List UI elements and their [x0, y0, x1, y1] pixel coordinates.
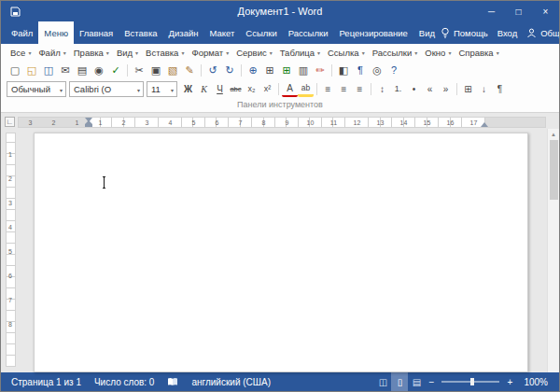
menu-format[interactable]: Формат — [188, 48, 232, 58]
close-button[interactable]: × — [532, 1, 559, 21]
new-document-button[interactable]: ▢ — [7, 63, 23, 78]
tab-file[interactable]: Файл — [6, 21, 38, 44]
align-center-button[interactable]: ≡ — [336, 81, 352, 97]
left-indent-marker[interactable] — [85, 124, 92, 127]
email-button[interactable]: ✉ — [57, 63, 74, 78]
align-right-button[interactable]: ≡ — [352, 81, 368, 97]
borders-button[interactable]: ⊞ — [460, 81, 476, 97]
web-layout-button[interactable]: ▤ — [408, 372, 425, 391]
insert-excel-button[interactable]: ⊞ — [278, 63, 295, 78]
print-preview-button[interactable]: ◉ — [91, 63, 107, 78]
print-button[interactable]: ▤ — [74, 63, 91, 78]
share-button[interactable]: Общий доступ — [526, 28, 560, 38]
bold-button[interactable]: Ж — [180, 81, 196, 97]
horizontal-ruler[interactable]: 321 1234567891011121314151617 — [18, 117, 546, 128]
menu-insert[interactable]: Вставка — [142, 48, 188, 58]
format-painter-button[interactable]: ✎ — [181, 63, 198, 78]
font-combo[interactable]: Calibri (О — [69, 81, 144, 97]
ruler-number: 12 — [345, 118, 369, 127]
minimize-button[interactable]: ─ — [478, 1, 505, 21]
language-status[interactable]: английский (США) — [185, 377, 277, 387]
menu-table[interactable]: Таблица — [276, 48, 324, 58]
sign-in-button[interactable]: Вход — [497, 28, 518, 38]
ruler-right-margin — [485, 118, 545, 127]
help-button[interactable]: ? — [385, 63, 402, 78]
redo-button[interactable]: ↻ — [221, 63, 238, 78]
subscript-button[interactable]: x₂ — [244, 81, 259, 97]
bulleted-list-button[interactable]: • — [406, 81, 422, 97]
help-button[interactable]: Помощь — [441, 27, 488, 38]
undo-button[interactable]: ↺ — [204, 63, 221, 78]
menu-link[interactable]: Ссылка — [324, 48, 369, 58]
show-marks-button[interactable]: ¶ — [352, 63, 369, 78]
font-color-button[interactable]: А — [282, 81, 298, 97]
document-page[interactable] — [34, 133, 528, 372]
proofing-status[interactable] — [161, 377, 185, 386]
superscript-button[interactable]: x² — [259, 81, 275, 97]
tab-mailings[interactable]: Рассылки — [283, 21, 334, 44]
menu-help[interactable]: Справка — [455, 48, 502, 58]
scrollbar-thumb[interactable] — [550, 140, 558, 200]
zoom-out-button[interactable]: − — [425, 377, 438, 387]
vertical-ruler[interactable]: 12345678 — [6, 133, 16, 367]
menu-all[interactable]: Все — [7, 48, 35, 58]
tab-references[interactable]: Ссылки — [240, 21, 282, 44]
cut-button[interactable]: ✂ — [131, 63, 147, 78]
zoom-in-button[interactable]: + — [503, 377, 516, 387]
menu-file[interactable]: Файл — [35, 48, 69, 58]
highlight-button[interactable]: ab — [298, 81, 314, 97]
separator — [127, 64, 128, 77]
tab-home[interactable]: Главная — [74, 21, 119, 44]
indent-decrease-button[interactable]: « — [422, 81, 438, 97]
underline-button[interactable]: Ч — [212, 81, 228, 97]
italic-button[interactable]: К — [196, 81, 212, 97]
styles-button[interactable]: ¶ — [492, 81, 508, 97]
font-size-combo[interactable]: 11 — [147, 81, 177, 97]
numbered-list-button[interactable]: 1. — [390, 81, 406, 97]
menu-view[interactable]: Вид — [113, 48, 142, 58]
document-map-button[interactable]: ◧ — [335, 63, 352, 78]
vertical-scrollbar[interactable]: ▲ — [547, 129, 559, 372]
menu-mailings[interactable]: Рассылки — [369, 48, 422, 58]
print-layout-button[interactable]: ▯ — [391, 372, 408, 391]
zoom-button[interactable]: ◎ — [369, 63, 385, 78]
read-mode-button[interactable]: ◫ — [374, 372, 391, 391]
zoom-slider-thumb[interactable] — [470, 378, 474, 385]
indent-increase-button[interactable]: » — [438, 81, 454, 97]
tab-view[interactable]: Вид — [413, 21, 441, 44]
paste-button[interactable]: ▧ — [164, 63, 181, 78]
zoom-slider[interactable] — [441, 381, 499, 383]
tab-design[interactable]: Дизайн — [163, 21, 204, 44]
menu-edit[interactable]: Правка — [70, 48, 113, 58]
strikethrough-button[interactable]: abc — [228, 81, 244, 97]
drawing-button[interactable]: ✏ — [312, 63, 329, 78]
spelling-button[interactable]: ✓ — [107, 63, 124, 78]
tab-layout[interactable]: Макет — [203, 21, 240, 44]
copy-button[interactable]: ▣ — [147, 63, 164, 78]
hyperlink-button[interactable]: ⊕ — [245, 63, 261, 78]
word-count[interactable]: Число слов: 0 — [88, 377, 161, 387]
insert-table-button[interactable]: ⊞ — [261, 63, 278, 78]
menu-tools[interactable]: Сервис — [232, 48, 276, 58]
maximize-button[interactable]: □ — [505, 1, 532, 21]
sort-button[interactable]: ↓ — [476, 81, 492, 97]
tab-menu[interactable]: Меню — [38, 21, 74, 44]
page-count[interactable]: Страница 1 из 1 — [5, 377, 88, 387]
save-button[interactable]: ◫ — [40, 63, 57, 78]
ruler-number: 14 — [392, 118, 415, 127]
ribbon-content: ВсеФайлПравкаВидВставкаФорматСервисТабли… — [1, 44, 559, 113]
tab-selector[interactable]: ∟ — [5, 117, 15, 127]
style-combo[interactable]: Обычный — [7, 81, 66, 97]
columns-button[interactable]: ▥ — [295, 63, 312, 78]
align-left-button[interactable]: ≡ — [320, 81, 336, 97]
quick-save-button[interactable] — [7, 4, 22, 19]
scroll-up-icon[interactable]: ▲ — [551, 129, 556, 140]
right-indent-marker[interactable] — [481, 122, 488, 127]
tab-review[interactable]: Рецензирование — [333, 21, 413, 44]
tab-insert[interactable]: Вставка — [119, 21, 162, 44]
line-spacing-button[interactable]: ↕ — [374, 81, 390, 97]
menu-window[interactable]: Окно — [421, 48, 455, 58]
zoom-percent[interactable]: 100% — [516, 377, 555, 387]
ruler-number: 3 — [8, 182, 12, 206]
open-button[interactable]: ◱ — [23, 63, 40, 78]
